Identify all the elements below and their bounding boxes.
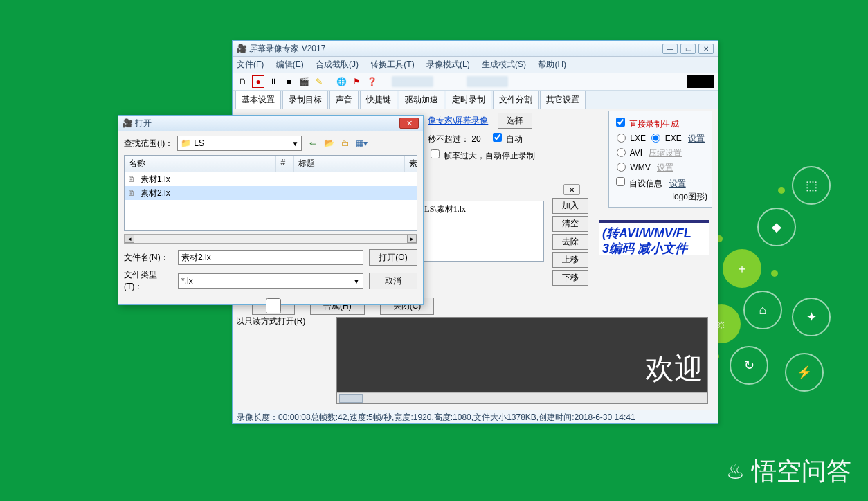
cancel-button[interactable]: 取消	[369, 273, 417, 289]
record-icon[interactable]: ●	[252, 75, 264, 88]
side-buttons: 加入 清空 去除 上移 下移	[552, 198, 588, 286]
close-button[interactable]: ✕	[698, 44, 714, 54]
info-box: (转AVI/WMV/FL 3编码 减小文件	[599, 220, 709, 255]
help-icon[interactable]: ❓	[365, 75, 378, 88]
preview-scrollbar[interactable]	[337, 392, 707, 403]
dialog-close-button[interactable]: ✕	[399, 118, 419, 129]
col-title[interactable]: 标题	[294, 156, 405, 172]
open-button[interactable]: 打开(O)	[369, 249, 417, 266]
lookin-combo[interactable]: 📁 LS ▼	[177, 136, 302, 151]
tab-hotkey[interactable]: 快捷键	[360, 91, 397, 109]
scroll-right-icon[interactable]: ▸	[407, 235, 417, 243]
info-line2: 3编码 减小文件	[602, 241, 707, 255]
col-name[interactable]: 名称	[125, 156, 276, 172]
tab-timed[interactable]: 定时录制	[446, 91, 491, 109]
radio-wmv[interactable]	[617, 163, 626, 172]
menu-file[interactable]: 文件(F)	[237, 60, 264, 69]
chevron-down-icon: ▼	[291, 140, 298, 147]
camera-icon[interactable]: 🎬	[298, 75, 310, 88]
views-icon[interactable]: ▦▾	[354, 138, 368, 148]
tab-sound[interactable]: 声音	[329, 91, 359, 109]
mid-zone: 像专家\屏幕录像 选择 秒不超过： 20 自动 帧率过大，自动停止录制	[428, 111, 602, 164]
tab-split[interactable]: 文件分割	[493, 91, 539, 109]
right-panel: 直接录制生成 LXE EXE 设置 AVI 压缩设置 WMV 设置 自设信息 设…	[608, 111, 712, 208]
label-avi: AVI	[630, 148, 642, 158]
dialog-titlebar: 🎥 打开 ✕	[118, 116, 423, 131]
app-title: 屏幕录像专家 V2017	[249, 43, 662, 55]
app-icon: 🎥	[237, 44, 247, 53]
btn-moveup[interactable]: 上移	[552, 252, 588, 268]
filename-label: 文件名(N)：	[124, 252, 172, 264]
lookin-row: 查找范围(I)： 📁 LS ▼ ⇐ 📂 🗀 ▦▾	[118, 131, 423, 155]
btn-movedown[interactable]: 下移	[552, 270, 588, 286]
dialog-bottom: 文件名(N)： 打开(O) 文件类型(T)： *.lx ▼ 取消 以只读方式打开…	[118, 246, 423, 330]
col-ext[interactable]: 素	[405, 156, 417, 172]
file-row[interactable]: 🗎 素材2.lx	[125, 186, 417, 200]
menu-recordmode[interactable]: 录像模式(L)	[426, 60, 470, 69]
menu-edit[interactable]: 编辑(E)	[276, 60, 304, 69]
pause-icon[interactable]: ⏸	[267, 75, 280, 88]
scroll-left-icon[interactable]: ◂	[125, 235, 134, 243]
file-row[interactable]: 🗎 素材1.lx	[125, 172, 417, 186]
welcome-text: 欢迎	[645, 349, 703, 388]
tab-target[interactable]: 录制目标	[282, 91, 328, 109]
btn-add[interactable]: 加入	[552, 198, 588, 214]
btn-remove[interactable]: 去除	[552, 234, 588, 250]
red-flag-icon[interactable]: ⚑	[350, 75, 363, 88]
sec-value: 20	[471, 134, 480, 144]
globe-icon[interactable]: 🌐	[335, 75, 347, 88]
up-icon[interactable]: 📂	[323, 138, 336, 148]
sec-label: 秒不超过：	[428, 134, 469, 144]
tab-driver[interactable]: 驱动加速	[399, 91, 444, 109]
panel-close-icon[interactable]: ✕	[563, 184, 580, 195]
open-dialog: 🎥 打开 ✕ 查找范围(I)： 📁 LS ▼ ⇐ 📂 🗀 ▦▾ 名称 # 标题 …	[118, 115, 424, 305]
file-path-box: \LS\素材1.lx	[419, 201, 544, 262]
radio-lxe[interactable]	[617, 134, 626, 143]
menu-genmode[interactable]: 生成模式(S)	[482, 60, 526, 69]
tab-basic[interactable]: 基本设置	[235, 91, 281, 109]
radio-avi[interactable]	[617, 148, 626, 157]
btn-clear[interactable]: 清空	[552, 216, 588, 232]
dialog-icon: 🎥	[123, 118, 133, 128]
chevron-down-icon: ▼	[353, 277, 360, 285]
menu-combine[interactable]: 合成截取(J)	[316, 60, 359, 69]
file-name: 素材2.lx	[141, 188, 170, 199]
maximize-button[interactable]: ▭	[680, 44, 696, 54]
lookin-value: LS	[194, 138, 204, 148]
back-icon[interactable]: ⇐	[306, 138, 320, 148]
radio-exe[interactable]	[651, 134, 660, 143]
file-name: 素材1.lx	[141, 174, 170, 185]
new-icon[interactable]: 🗋	[237, 75, 249, 88]
settings-link-1[interactable]: 设置	[688, 134, 705, 143]
label-lxe: LXE	[630, 134, 646, 143]
label-exe: EXE	[665, 134, 682, 143]
edit-icon[interactable]: ✎	[313, 75, 325, 88]
newfolder-icon[interactable]: 🗀	[338, 138, 352, 148]
stop-icon[interactable]: ■	[282, 75, 295, 88]
dialog-nav-icons: ⇐ 📂 🗀 ▦▾	[306, 138, 368, 148]
autostop-label: 帧率过大，自动停止录制	[444, 151, 535, 161]
filetype-label: 文件类型(T)：	[124, 269, 172, 293]
menu-help[interactable]: 帮助(H)	[538, 60, 566, 69]
readonly-checkbox[interactable]	[127, 298, 420, 313]
auto-checkbox[interactable]	[493, 133, 502, 142]
watermark: ♨ 悟空问答	[726, 455, 851, 489]
settings-link-3[interactable]: 设置	[669, 179, 686, 188]
filetype-combo[interactable]: *.lx ▼	[178, 273, 363, 289]
file-list-scrollbar[interactable]: ◂ ▸	[124, 234, 417, 244]
compress-link: 压缩设置	[649, 148, 682, 158]
direct-record-checkbox[interactable]	[616, 118, 625, 127]
menu-convert[interactable]: 转换工具(T)	[370, 60, 414, 69]
select-button[interactable]: 选择	[498, 113, 532, 129]
app-titlebar: 🎥 屏幕录像专家 V2017 — ▭ ✕	[233, 41, 718, 57]
settings-link-2: 设置	[657, 163, 673, 172]
autostop-checkbox[interactable]	[431, 149, 440, 158]
col-hash[interactable]: #	[276, 156, 293, 172]
selfinfo-checkbox[interactable]	[616, 177, 625, 186]
path-link[interactable]: 像专家\屏幕录像	[428, 116, 488, 125]
filetype-value: *.lx	[181, 276, 193, 286]
tab-other[interactable]: 其它设置	[540, 91, 586, 109]
file-icon: 🗎	[127, 174, 138, 184]
filename-input[interactable]	[178, 250, 363, 265]
minimize-button[interactable]: —	[662, 44, 678, 54]
